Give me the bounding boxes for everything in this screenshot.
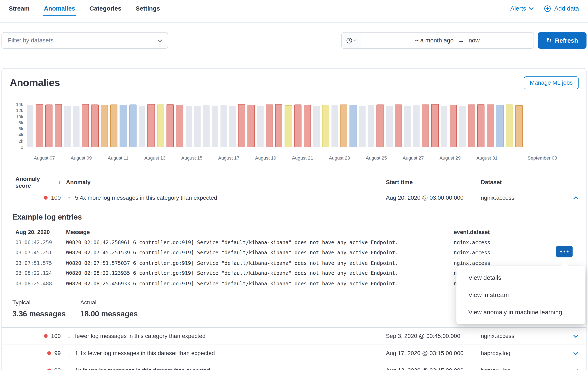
histogram-bar-none[interactable] [359,106,366,147]
histogram-bar-crit[interactable] [431,104,439,147]
log-entry-time: 03:07:51.575 [12,260,66,266]
manage-ml-jobs-button[interactable]: Manage ML jobs [524,76,578,89]
histogram-bar-crit[interactable] [36,104,43,147]
histogram-bar-crit[interactable] [377,104,384,147]
nav-tabs: StreamAnomaliesCategoriesSettings [8,4,161,16]
log-entry-time: 03:07:45.251 [12,250,66,256]
histogram-bar-none[interactable] [185,106,192,147]
column-header-start-time: Start time [386,179,481,186]
histogram-bar-warn[interactable] [496,105,504,147]
histogram-bar-none[interactable] [459,106,466,147]
histogram-bar-minor[interactable] [506,105,513,147]
y-tick-label: 8k [19,120,23,125]
histogram-bar-crit[interactable] [91,104,98,147]
histogram-bar-crit[interactable] [147,104,155,147]
histogram-bar-crit[interactable] [304,105,311,147]
histogram-bar-crit[interactable] [477,104,485,147]
histogram-bar-major[interactable] [110,104,117,147]
refresh-button[interactable]: ↻ Refresh [538,32,586,49]
date-range-start[interactable]: ~ a month ago [415,37,453,44]
anomaly-table-row[interactable]: 100↓fewer log messages in this category … [2,328,586,345]
nav-actions: Alerts Add data [510,4,579,12]
histogram-bar-crit[interactable] [247,105,255,147]
log-entry-row[interactable]: 03:06:42.259W0820 02:06:42.258961 6 cont… [12,237,576,248]
histogram-bar-none[interactable] [404,106,411,147]
histogram-bar-crit[interactable] [176,105,183,147]
histogram-bar-major[interactable] [515,105,523,147]
page-title: Anomalies [10,77,60,89]
context-menu-item[interactable]: View details [456,269,586,286]
histogram-bar-none[interactable] [257,106,263,147]
tab-anomalies[interactable]: Anomalies [43,4,76,16]
histogram-bar-crit[interactable] [45,104,52,147]
histogram-bar-crit[interactable] [82,104,89,147]
histogram-bar-major[interactable] [101,105,108,147]
x-tick-label: August 09 [71,155,92,160]
histogram-bar-none[interactable] [139,106,145,147]
histogram-bar-none[interactable] [220,105,227,147]
dataset-filter-combobox[interactable]: Filter by datasets [1,32,168,49]
histogram-bar-minor[interactable] [285,105,292,147]
histogram-bar-none[interactable] [313,106,320,147]
date-picker-quick-menu-button[interactable] [342,32,361,48]
arrow-down-icon: ↓ [66,350,73,356]
histogram-bar-none[interactable] [64,106,71,147]
tab-settings[interactable]: Settings [135,4,161,16]
histogram-bar-none[interactable] [441,106,447,147]
tab-stream[interactable]: Stream [8,4,31,16]
context-menu-item[interactable]: View anomaly in machine learning [456,303,586,320]
histogram-bar-warn[interactable] [350,105,357,147]
histogram-bar-warn[interactable] [129,104,136,147]
histogram-bar-none[interactable] [194,106,200,147]
histogram-bar-none[interactable] [203,105,210,147]
histogram-bar-crit[interactable] [450,105,457,147]
histogram-bar-none[interactable] [73,106,79,147]
histogram-bar-none[interactable] [386,106,393,147]
histogram-bar-crit[interactable] [468,105,475,147]
histogram-bar-crit[interactable] [166,104,174,147]
histogram-bar-none[interactable] [368,105,374,147]
collapse-chevron-icon[interactable] [573,196,578,201]
histogram-bar-warn[interactable] [120,105,127,147]
histogram-bar-crit[interactable] [238,104,245,147]
anomaly-description: 1x fewer log messages in this dataset th… [75,367,210,370]
histogram-bar-none[interactable] [229,106,236,147]
tab-categories[interactable]: Categories [89,4,122,16]
histogram-bar-minor[interactable] [322,105,329,147]
expanded-row-slot: 100↑5.4x more log messages in this categ… [2,189,586,206]
expand-chevron-icon[interactable] [573,367,578,370]
histogram-bar-crit[interactable] [395,105,402,147]
log-entry-actions-button[interactable] [556,246,573,257]
expand-chevron-icon[interactable] [573,333,578,338]
date-range-end[interactable]: now [469,37,480,44]
histogram-bar-none[interactable] [27,105,33,147]
column-header-anomaly-score[interactable]: Anomaly score ↓ [2,176,66,189]
histogram-bar-crit[interactable] [422,104,429,147]
chevron-down-icon [529,5,534,10]
add-data-button[interactable]: Add data [544,5,579,12]
x-tick-label: August 17 [218,155,239,160]
date-range-display[interactable]: ~ a month ago → now [361,32,534,48]
log-entry-time: 03:08:22.124 [12,270,66,276]
histogram-bar-crit[interactable] [275,104,282,147]
histogram-bar-crit[interactable] [55,104,62,147]
histogram-bar-crit[interactable] [487,104,494,147]
log-entry-row[interactable]: 03:07:45.251W0820 02:07:45.251539 6 cont… [12,247,576,258]
anomaly-table-row[interactable]: 100↑5.4x more log messages in this categ… [2,189,586,206]
refresh-icon: ↻ [546,36,552,44]
context-menu-item[interactable]: View in stream [456,286,586,303]
histogram-bar-major[interactable] [340,104,347,147]
histogram-bar-crit[interactable] [266,104,273,147]
expand-chevron-icon[interactable] [573,350,578,355]
histogram-bar-none[interactable] [212,106,218,147]
histogram-bar-minor[interactable] [157,104,164,147]
histogram-bar-none[interactable] [332,105,338,147]
anomalies-histogram: 14k12k10k8k6k4k2k0 August 07August 09Aug… [2,104,586,164]
alerts-menu-button[interactable]: Alerts [510,5,533,12]
search-toolbar: Filter by datasets ~ a month ago → now ↻… [1,32,586,49]
histogram-bar-none[interactable] [413,105,420,147]
anomaly-table-row[interactable]: 99↓1x fewer log messages in this dataset… [2,362,586,370]
histogram-bar-crit[interactable] [294,104,302,147]
x-axis: August 07August 09August 11August 13Augu… [26,155,524,162]
anomaly-table-row[interactable]: 99↓1.1x fewer log messages in this datas… [2,345,586,362]
